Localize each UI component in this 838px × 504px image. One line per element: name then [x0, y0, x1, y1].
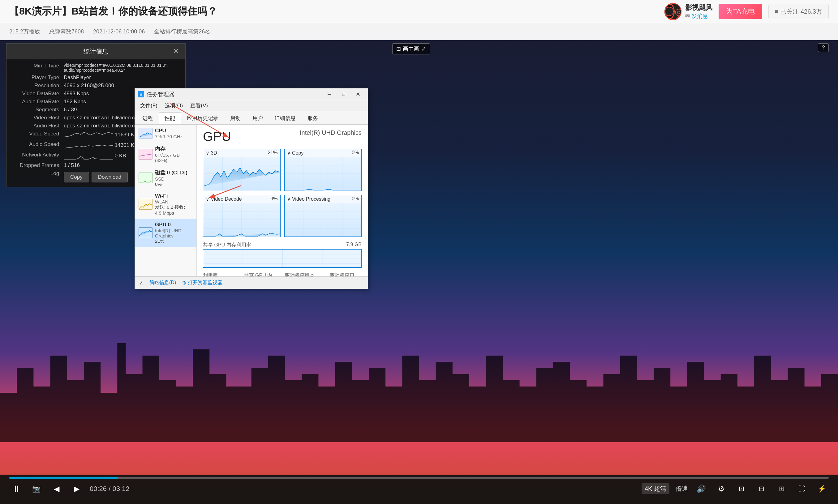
tab-startup[interactable]: 启动: [224, 112, 247, 124]
speed-label[interactable]: 倍速: [676, 485, 688, 493]
tab-details[interactable]: 详细信息: [269, 112, 302, 124]
help-icon: ?: [822, 44, 825, 51]
pip-expand-icon: ⤢: [421, 46, 426, 52]
progress-bar[interactable]: [9, 477, 829, 479]
danmaku-count: 总弹幕数7608: [49, 28, 84, 35]
mime-type-value: video/mp4;codecs="av01.0.12M.08.0.110.01…: [64, 63, 181, 73]
next-button[interactable]: ▶: [70, 482, 84, 496]
task-manager-content: CPU 7% 1.70 GHz 内存 6.7/15.7 GB (43%): [135, 125, 368, 276]
resource-monitor-label: 打开资源监视器: [188, 280, 222, 286]
gpu-videoprocessing-graph-area: [285, 203, 362, 237]
follow-button[interactable]: ≡ 已关注 426.3万: [768, 4, 829, 19]
menu-options[interactable]: 选项(O): [161, 101, 187, 110]
sidebar-item-memory[interactable]: 内存 6.7/15.7 GB (43%): [135, 142, 196, 166]
upload-date: 2021-12-06 10:00:06: [93, 29, 145, 35]
follow-icon: ≡: [775, 8, 779, 15]
sidebar-item-wifi[interactable]: Wi-Fi WLAN 发送: 0.2 接收: 4.9 Mbps: [135, 190, 196, 219]
player-controls: ⏸ 📷 ◀ ▶ 00:26 / 03:12 4K 超清 倍速 🔊 ⚙ ⊡ ⊟ ⊞…: [0, 475, 838, 504]
task-manager-icon: ⊞: [138, 91, 144, 97]
fullscreen-button[interactable]: ⛶: [795, 482, 808, 496]
download-log-button[interactable]: Download: [92, 172, 128, 182]
disk-graph-thumb: [139, 173, 153, 183]
driver-version-stat: 驱动程序版本： 30.0.101.1113: [285, 272, 320, 276]
theater-button[interactable]: ⊟: [754, 482, 768, 496]
sidebar-item-gpu[interactable]: GPU 0 Intel(R) UHD Graphics 21%: [135, 219, 196, 247]
gpu-3d-graph-area: [203, 157, 280, 191]
task-manager-window: ⊞ 任务管理器 ─ □ ✕ 文件(F) 选项(O) 查看(V) 进程 性能 应用…: [135, 88, 368, 289]
tab-bar: 进程 性能 应用历史记录 启动 用户 详细信息 服务: [135, 111, 368, 125]
shared-gpu-memory-section: 共享 GPU 内存利用率 7.9 GB: [203, 242, 362, 268]
gpu-3d-graph-block: ∨ 3D 21%: [203, 149, 281, 191]
gpu-videodecode-graph-block: ∨ Video Decode 9%: [203, 195, 281, 237]
pip-label: 画中画: [403, 45, 420, 53]
danmaku-button[interactable]: ⚡: [815, 482, 829, 496]
controls-row: ⏸ 📷 ◀ ▶ 00:26 / 03:12 4K 超清 倍速 🔊 ⚙ ⊡ ⊟ ⊞…: [9, 482, 829, 496]
close-button[interactable]: ✕: [351, 90, 365, 99]
gpu-videodecode-label: ∨ Video Decode 9%: [203, 195, 280, 203]
stats-title: 统计信息: [20, 47, 172, 56]
performance-sidebar: CPU 7% 1.70 GHz 内存 6.7/15.7 GB (43%): [135, 125, 197, 276]
play-pause-button[interactable]: ⏸: [9, 482, 23, 496]
charge-button[interactable]: 为TA充电: [718, 4, 762, 19]
gpu-copy-graph-area: [285, 157, 362, 191]
gpu-videoprocessing-graph-block: ∨ Video Processing 0%: [284, 195, 362, 237]
gpu-3d-label: ∨ 3D 21%: [203, 149, 280, 157]
video-info-bar: 215.2万播放 总弹幕数7608 2021-12-06 10:00:06 全站…: [0, 23, 838, 40]
task-manager-footer: ∧ 简略信息(D) ⊕ 打开资源监视器: [135, 276, 368, 289]
quality-badge[interactable]: 4K 超清: [642, 483, 670, 494]
resource-monitor-icon: ⊕: [182, 280, 186, 286]
top-header: 【8K演示片】B站首发！你的设备还顶得住吗？ 影视飓风 ✉ 发消息 为TA充电 …: [0, 0, 838, 23]
tab-app-history[interactable]: 应用历史记录: [181, 112, 224, 124]
help-button[interactable]: ?: [818, 43, 829, 52]
copy-log-button[interactable]: Copy: [64, 172, 89, 182]
page-title: 【8K演示片】B站首发！你的设备还顶得住吗？: [9, 5, 664, 18]
gpu-model: Intel(R) UHD Graphics: [300, 129, 362, 136]
avatar[interactable]: [664, 3, 681, 20]
pip-button[interactable]: ⊡ 画中画 ⤢: [392, 43, 430, 54]
notification-dot: [677, 16, 680, 19]
stats-close-button[interactable]: ✕: [172, 47, 181, 56]
mime-type-label: Mime Type:: [11, 63, 64, 73]
username: 影视飓风: [685, 3, 712, 12]
volume-button[interactable]: 🔊: [694, 482, 708, 496]
view-count: 215.2万播放: [9, 28, 40, 35]
driver-date-stat: 驱动程序日期： 2021/12/30: [330, 272, 362, 276]
network-graph: [64, 152, 113, 161]
wide-button[interactable]: ⊞: [774, 482, 788, 496]
prev-button[interactable]: ◀: [50, 482, 64, 496]
minimize-button[interactable]: ─: [323, 90, 336, 99]
video-player[interactable]: 统计信息 ✕ Mime Type: video/mp4;codecs="av01…: [0, 40, 838, 475]
menu-file[interactable]: 文件(F): [137, 101, 161, 110]
gpu-videodecode-graph-area: [203, 203, 280, 237]
user-desc: ✉ 发消息: [685, 12, 712, 20]
menu-view[interactable]: 查看(V): [186, 101, 212, 110]
gpu-panel-header: GPU Intel(R) UHD Graphics: [203, 129, 362, 144]
window-buttons: ─ □ ✕: [323, 90, 365, 99]
resource-monitor-link[interactable]: ⊕ 打开资源监视器: [182, 280, 222, 286]
gpu-videoprocessing-label: ∨ Video Processing 0%: [285, 195, 362, 203]
sidebar-item-cpu[interactable]: CPU 7% 1.70 GHz: [135, 125, 196, 142]
header-right: 影视飓风 ✉ 发消息 为TA充电 ≡ 已关注 426.3万: [664, 3, 829, 20]
shared-gpu-label: 共享 GPU 内存利用率: [203, 242, 251, 248]
mime-type-row: Mime Type: video/mp4;codecs="av01.0.12M.…: [11, 62, 181, 74]
shared-gpu-bar: [203, 249, 362, 268]
maximize-button[interactable]: □: [337, 90, 351, 99]
cpu-graph-thumb: [139, 128, 153, 139]
tab-process[interactable]: 进程: [137, 112, 159, 124]
brief-info-label: 简略信息(D): [149, 280, 176, 286]
screenshot-button[interactable]: 📷: [30, 482, 43, 496]
tab-services[interactable]: 服务: [302, 112, 324, 124]
video-speed-graph: [64, 131, 113, 140]
tab-users[interactable]: 用户: [247, 112, 269, 124]
task-manager-title: 任务管理器: [147, 91, 323, 98]
sidebar-item-disk[interactable]: 磁盘 0 (C: D:) SSD 0%: [135, 166, 196, 190]
user-info: 影视飓风 ✉ 发消息: [685, 3, 712, 20]
settings-button[interactable]: ⚙: [714, 482, 728, 496]
tab-performance[interactable]: 性能: [159, 112, 181, 124]
utilization-stat: 利用率 21%: [203, 272, 235, 276]
pip-control-button[interactable]: ⊡: [734, 482, 748, 496]
stats-header: 统计信息 ✕: [6, 43, 185, 59]
pip-icon: ⊡: [396, 46, 401, 52]
shared-gpu-max: 7.9 GB: [346, 242, 362, 248]
brief-info-link[interactable]: 简略信息(D): [149, 280, 176, 286]
